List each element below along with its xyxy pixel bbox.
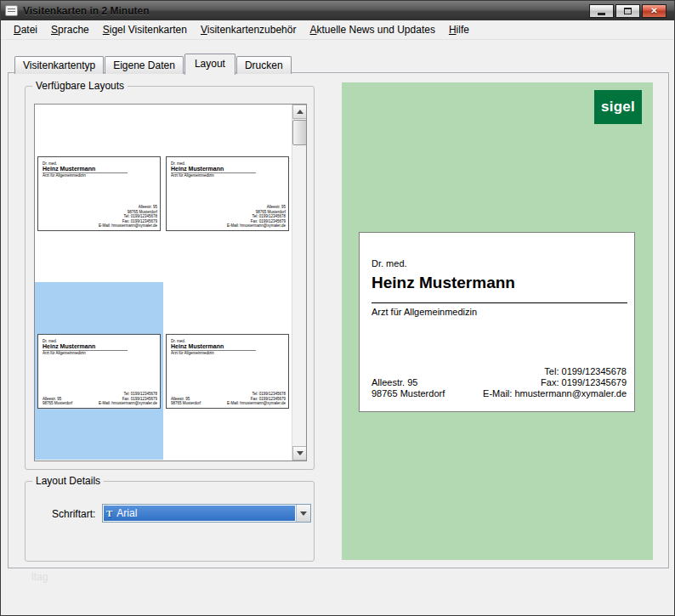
- layout-list[interactable]: Dr. med. Heinz Mustermann Arzt für Allge…: [34, 104, 307, 461]
- layout-details-title: Layout Details: [32, 475, 104, 487]
- scroll-down-button[interactable]: [292, 446, 307, 461]
- menu-item-datei[interactable]: Datei: [7, 20, 44, 39]
- menu-item-sigel-visitenkarten[interactable]: Sigel Visitenkarten: [96, 20, 194, 39]
- card-title: Dr. med.: [372, 258, 407, 268]
- menu-bar: Datei Sprache Sigel Visitenkarten Visite…: [1, 20, 674, 40]
- menu-item-hilfe[interactable]: Hilfe: [442, 20, 476, 39]
- card-preview-panel: sigel Dr. med. Heinz Mustermann Arzt für…: [342, 82, 653, 560]
- available-layouts-group: Verfügbare Layouts Dr. med. Heinz Muster…: [25, 86, 315, 470]
- minimize-button[interactable]: [589, 4, 614, 18]
- card-tel: Tel: 0199/12345678: [483, 366, 627, 377]
- layout-option-3-selected[interactable]: Dr. med. Heinz Mustermann Arzt für Allge…: [35, 282, 163, 460]
- sigel-logo: sigel: [594, 90, 642, 124]
- maximize-button[interactable]: [615, 4, 640, 18]
- layout-thumbnail-1: Dr. med. Heinz Mustermann Arzt für Allge…: [37, 156, 161, 231]
- layout-list-scrollbar[interactable]: [292, 105, 306, 461]
- layout-thumbnail-4: Dr. med. Heinz Mustermann Arzt für Allge…: [166, 334, 289, 409]
- font-combobox[interactable]: T Arial: [102, 504, 311, 523]
- font-combobox-dropdown-button[interactable]: [296, 505, 310, 522]
- menu-item-sprache[interactable]: Sprache: [44, 20, 96, 39]
- scroll-up-button[interactable]: [292, 105, 307, 119]
- window-title: Visitenkarten in 2 Minuten: [23, 5, 149, 17]
- layout-option-1[interactable]: Dr. med. Heinz Mustermann Arzt für Allge…: [35, 105, 163, 282]
- font-value: Arial: [116, 507, 137, 519]
- card-address-line1: Alleestr. 95: [372, 377, 445, 388]
- close-icon: ✕: [650, 7, 657, 15]
- layout-thumbnail-3: Dr. med. Heinz Mustermann Arzt für Allge…: [37, 334, 161, 409]
- truetype-font-icon: T: [106, 509, 112, 518]
- card-contact-block: Tel: 0199/12345678 Fax: 0199/12345679 E-…: [483, 366, 627, 399]
- business-card-preview: Dr. med. Heinz Mustermann Arzt für Allge…: [359, 232, 635, 412]
- tab-visitenkartentyp[interactable]: Visitenkartentyp: [14, 56, 104, 74]
- tab-strip: Visitenkartentyp Eigene Daten Layout Dru…: [14, 54, 292, 74]
- app-window: Visitenkarten in 2 Minuten ✕ Datei Sprac…: [0, 0, 675, 616]
- tab-eigene-daten[interactable]: Eigene Daten: [105, 56, 184, 74]
- maximize-icon: [624, 8, 632, 14]
- layout-thumbnail-2: Dr. med. Heinz Mustermann Arzt für Allge…: [166, 156, 289, 231]
- layout-option-4[interactable]: Dr. med. Heinz Mustermann Arzt für Allge…: [163, 282, 292, 460]
- title-bar[interactable]: Visitenkarten in 2 Minuten ✕: [1, 1, 674, 20]
- menu-item-visitenkartenzubehoer[interactable]: Visitenkartenzubehör: [194, 20, 303, 39]
- card-name-rule: [372, 302, 627, 303]
- card-address-block: Alleestr. 95 98765 Musterdorf: [372, 377, 445, 399]
- tab-layout[interactable]: Layout: [184, 54, 235, 75]
- close-button[interactable]: ✕: [642, 4, 666, 18]
- tab-drucken[interactable]: Drucken: [236, 56, 292, 74]
- arrow-up-icon: [297, 110, 303, 114]
- minimize-icon: [598, 13, 605, 15]
- card-email: E-Mail: hmustermann@xymaler.de: [483, 388, 627, 399]
- layout-details-group: Layout Details Schriftart: T Arial: [25, 481, 315, 562]
- dropdown-arrow-icon: [300, 511, 307, 516]
- available-layouts-title: Verfügbare Layouts: [32, 80, 128, 92]
- font-combobox-selection: T Arial: [104, 506, 295, 521]
- card-name: Heinz Mustermann: [372, 274, 515, 292]
- menu-item-news-updates[interactable]: Aktuelle News und Updates: [303, 20, 441, 39]
- watermark: ltag: [31, 571, 48, 583]
- layout-option-2[interactable]: Dr. med. Heinz Mustermann Arzt für Allge…: [163, 105, 292, 282]
- app-icon: [5, 5, 18, 16]
- card-address-line2: 98765 Musterdorf: [372, 388, 445, 399]
- window-controls: ✕: [589, 4, 670, 18]
- scrollbar-thumb[interactable]: [292, 120, 307, 145]
- font-label: Schriftart:: [52, 508, 95, 520]
- layout-tab-panel: Verfügbare Layouts Dr. med. Heinz Muster…: [8, 72, 669, 568]
- layout-list-cells: Dr. med. Heinz Mustermann Arzt für Allge…: [35, 105, 292, 461]
- arrow-down-icon: [297, 451, 303, 455]
- card-subtitle: Arzt für Allgemeinmedizin: [372, 307, 477, 317]
- card-fax: Fax: 0199/12345679: [483, 377, 627, 388]
